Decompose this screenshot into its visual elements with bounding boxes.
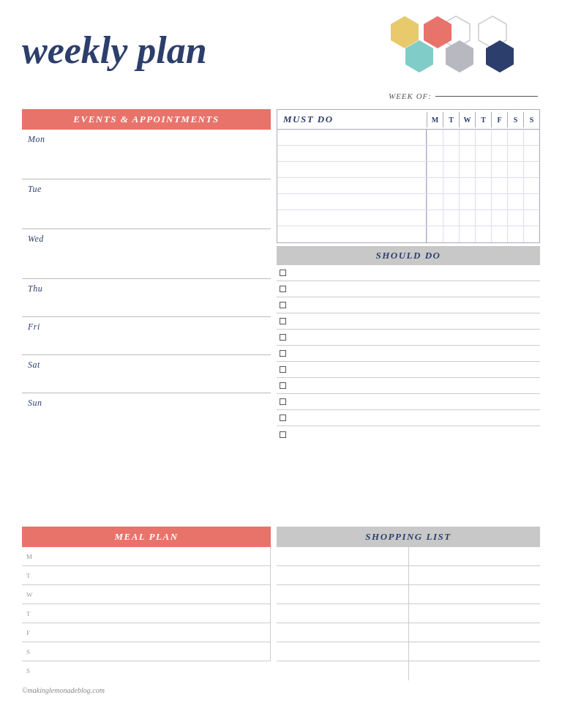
page: weekly plan (0, 0, 562, 728)
day-label-sat: Sat (28, 360, 265, 371)
should-do-item[interactable] (277, 330, 540, 346)
should-do-item[interactable] (277, 394, 540, 410)
must-do-row (277, 146, 539, 162)
checkbox[interactable] (280, 286, 286, 292)
day-header-m: M (427, 112, 443, 127)
should-do-item[interactable] (277, 410, 540, 426)
should-do-item[interactable] (277, 362, 540, 378)
meal-row-t2: T (22, 604, 271, 623)
hex-svg (386, 15, 540, 88)
meal-row-m: M (22, 547, 271, 566)
must-do-section: Must Do M T W T F S S (277, 109, 540, 243)
checkbox[interactable] (280, 334, 286, 341)
meal-row-s2: S (22, 661, 271, 680)
day-label-mon: Mon (28, 134, 265, 145)
day-row-mon: Mon (22, 130, 271, 179)
day-label-sun: Sun (28, 398, 265, 409)
shopping-row (277, 623, 540, 642)
should-do-item[interactable] (277, 378, 540, 394)
week-of-line (435, 96, 538, 97)
page-title: weekly plan (22, 29, 207, 71)
shopping-row (277, 566, 540, 585)
right-column: Must Do M T W T F S S (277, 109, 540, 519)
header-right: Week Of: (386, 15, 540, 100)
events-header: Events & Appointments (22, 109, 271, 130)
must-do-title: Must Do (277, 110, 427, 129)
day-row-tue: Tue (22, 179, 271, 229)
main-grid: Events & Appointments Mon Tue Wed Thu Fr… (22, 109, 540, 519)
must-do-row (277, 210, 539, 226)
checkbox[interactable] (280, 350, 286, 357)
should-do-section: Should Do (277, 246, 540, 519)
day-row-fri: Fri (22, 317, 271, 355)
checkbox[interactable] (280, 431, 286, 438)
day-header-t1: T (443, 112, 459, 127)
meal-plan-column: Meal Plan M T W T F S S (22, 527, 271, 680)
day-header-w: W (459, 112, 475, 127)
day-label-thu: Thu (28, 283, 265, 294)
meal-plan-header: Meal Plan (22, 527, 271, 547)
should-do-header: Should Do (277, 246, 540, 265)
day-label-fri: Fri (28, 322, 265, 333)
shopping-list-header: Shopping List (277, 527, 540, 547)
day-header-s1: S (507, 112, 523, 127)
day-header-t2: T (475, 112, 491, 127)
meal-row-t: T (22, 566, 271, 585)
checkbox[interactable] (280, 382, 286, 389)
must-do-row (277, 162, 539, 178)
events-column: Events & Appointments Mon Tue Wed Thu Fr… (22, 109, 271, 519)
day-header-f: F (491, 112, 507, 127)
must-do-header-row: Must Do M T W T F S S (277, 110, 539, 130)
meal-row-s1: S (22, 642, 271, 661)
should-do-item[interactable] (277, 346, 540, 362)
bottom-grid: Meal Plan M T W T F S S Shopping List (22, 527, 540, 680)
must-do-row (277, 194, 539, 210)
checkbox[interactable] (280, 398, 286, 405)
checkbox[interactable] (280, 270, 286, 276)
shopping-row (277, 547, 540, 566)
must-do-row (277, 226, 539, 242)
header: weekly plan (22, 15, 540, 100)
checkbox[interactable] (280, 366, 286, 373)
meal-row-f: F (22, 623, 271, 642)
must-do-row (277, 130, 539, 146)
day-row-sat: Sat (22, 355, 271, 393)
footer-text: ©makinglemonadeblog.com (22, 686, 105, 694)
should-do-item[interactable] (277, 297, 540, 313)
day-label-wed: Wed (28, 234, 265, 245)
day-row-wed: Wed (22, 229, 271, 279)
meal-row-w: W (22, 585, 271, 604)
should-do-item[interactable] (277, 265, 540, 281)
day-row-thu: Thu (22, 279, 271, 317)
should-do-item[interactable] (277, 313, 540, 330)
week-of-label: Week Of: (389, 92, 538, 100)
hex-decoration (386, 15, 540, 88)
day-label-tue: Tue (28, 184, 265, 195)
shopping-row (277, 604, 540, 623)
must-do-day-headers: M T W T F S S (427, 112, 539, 127)
should-do-item[interactable] (277, 281, 540, 297)
checkbox[interactable] (280, 318, 286, 324)
shopping-list-column: Shopping List (277, 527, 540, 680)
shopping-row (277, 661, 540, 680)
must-do-row (277, 178, 539, 194)
should-do-item[interactable] (277, 426, 540, 442)
day-row-sun: Sun (22, 393, 271, 431)
svg-marker-6 (486, 40, 514, 73)
footer: ©makinglemonadeblog.com (22, 686, 540, 694)
checkbox[interactable] (280, 415, 286, 421)
checkbox[interactable] (280, 302, 286, 308)
day-header-s2: S (523, 112, 539, 127)
shopping-row (277, 642, 540, 661)
shopping-row (277, 585, 540, 604)
